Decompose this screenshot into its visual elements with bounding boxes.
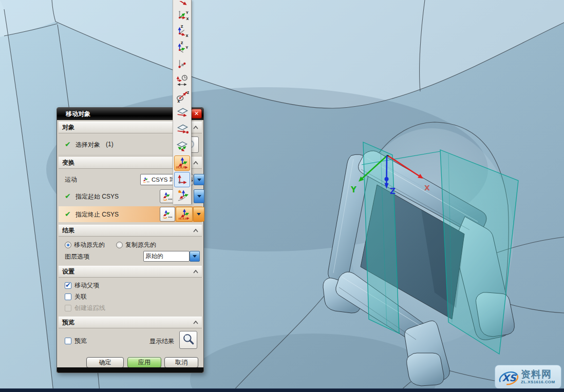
checkbox-move-parent[interactable]: 移动父项	[65, 281, 99, 290]
checkbox-associate[interactable]: 关联	[65, 292, 87, 301]
toolbar-item-csys-zx[interactable]: ZX	[174, 24, 190, 40]
layer-option-dropdown-button[interactable]	[190, 251, 200, 262]
toolbar-item-csys-absolute[interactable]: (0,0,0)	[174, 155, 190, 171]
svg-text:(0,0,0): (0,0,0)	[176, 166, 186, 169]
move-parent-row: 移动父项	[59, 281, 202, 291]
checkbox-preview-label: 预览	[74, 337, 87, 345]
radio-copy-original-label: 复制原先的	[125, 241, 156, 249]
cancel-button[interactable]: 取消	[164, 357, 198, 368]
check-ok-icon: ✔	[65, 192, 71, 200]
checkbox-create-traceline: 创建追踪线	[65, 304, 105, 312]
magnifier-icon	[182, 332, 195, 347]
toolbar-item-csys-partial[interactable]	[174, 1, 190, 7]
layer-option-combobox[interactable]: 原始的	[143, 251, 190, 262]
toolbar-csys-flyout: YXZXZYZX(0,0,0)	[173, 0, 192, 204]
result-radio-row: 移动原先的 复制原先的	[59, 240, 202, 250]
close-icon[interactable]: ✕	[191, 109, 202, 119]
dialog-title: 移动对象	[66, 110, 90, 119]
section-label-result: 结果	[62, 226, 74, 235]
create-traceline-row: 创建追踪线	[59, 303, 202, 313]
toolbar-item-csys-dynamic[interactable]	[174, 188, 190, 204]
svg-text:(0,0,0): (0,0,0)	[178, 217, 188, 220]
z-axis-ball[interactable]	[385, 177, 389, 181]
svg-text:X: X	[177, 100, 180, 103]
chevron-up-icon[interactable]	[193, 229, 198, 232]
motion-label: 运动	[65, 175, 77, 184]
chevron-up-icon[interactable]	[193, 161, 198, 165]
show-result-label: 显示结果	[149, 337, 174, 346]
watermark-logo-icon: XS	[498, 367, 519, 387]
layer-option-value: 原始的	[145, 252, 163, 260]
apply-button[interactable]: 应用	[127, 357, 161, 368]
ok-button[interactable]: 确定	[86, 357, 124, 368]
csys-absolute-icon: (0,0,0)	[176, 155, 189, 171]
section-label-preview: 预览	[62, 318, 74, 327]
checkbox-box	[65, 282, 71, 289]
triad-origin[interactable]	[387, 155, 388, 156]
csys-dynamic-icon	[176, 188, 189, 204]
radio-dot	[65, 242, 71, 248]
section-label-settings: 设置	[62, 267, 74, 276]
associate-row: 关联	[59, 292, 202, 302]
x-axis-label: X	[424, 184, 430, 192]
end-csys-type-button[interactable]: (0,0,0)	[176, 207, 193, 222]
end-csys-row: ✔ 指定终止 CSYS (0,0,0)	[59, 206, 202, 222]
check-ok-icon: ✔	[65, 141, 71, 148]
toolbar-item-plane-arrow-point[interactable]	[174, 123, 190, 138]
radio-move-original-label: 移动原先的	[74, 241, 105, 249]
csys-zx-icon: ZX	[176, 24, 189, 40]
toolbar-item-plane-trihedron[interactable]	[174, 139, 190, 154]
plane-arrow-icon	[176, 106, 189, 122]
end-csys-dialog-button[interactable]	[160, 207, 175, 222]
toolbar-item-csys-point[interactable]	[174, 57, 190, 72]
end-csys-dropdown-button[interactable]	[193, 207, 204, 222]
svg-text:X: X	[185, 34, 188, 37]
checkbox-box	[65, 338, 71, 344]
radio-move-original[interactable]: 移动原先的	[65, 241, 105, 249]
toolbar-item-csys-zy[interactable]: ZY	[174, 41, 190, 56]
chevron-up-icon[interactable]	[193, 270, 198, 273]
layer-option-label: 图层选项	[65, 252, 89, 261]
chevron-up-icon[interactable]	[193, 321, 198, 324]
svg-text:Z: Z	[180, 41, 183, 45]
checkbox-box	[65, 293, 71, 300]
end-csys-label: 指定终止 CSYS	[76, 210, 119, 219]
toolbar-item-csys-offset[interactable]	[174, 73, 190, 89]
section-header-settings[interactable]: 设置	[59, 266, 202, 278]
start-csys-label: 指定起始 CSYS	[76, 192, 119, 201]
checkbox-box	[65, 305, 71, 311]
watermark-site-url: ZL.XS1616.COM	[521, 380, 555, 384]
layer-option-row: 图层选项 原始的	[59, 251, 202, 263]
plane-arrow-point-icon	[176, 123, 189, 138]
start-csys-dropdown-button[interactable]	[194, 189, 204, 203]
csys-offset-icon	[176, 73, 189, 89]
motion-dropdown-button[interactable]	[194, 174, 204, 185]
csys-zy-icon: ZY	[176, 41, 189, 56]
radio-copy-original[interactable]: 复制原先的	[116, 241, 156, 249]
radio-dot	[116, 242, 123, 248]
nx-application-window: Y Z X 移动对象 ✕ 对象 ✔ 选择对象 (1) 变换 运动	[0, 0, 564, 392]
toolbar-item-plane-arrow[interactable]	[174, 106, 190, 122]
section-header-preview[interactable]: 预览	[59, 317, 202, 328]
toolbar-item-csys-xy[interactable]: YX	[174, 8, 190, 23]
cylinder-axis-icon: ZX	[176, 90, 189, 105]
chevron-up-icon[interactable]	[193, 126, 198, 129]
section-header-result[interactable]: 结果	[59, 225, 202, 237]
svg-text:X: X	[186, 17, 189, 21]
svg-text:Z: Z	[186, 91, 189, 95]
select-object-label: 选择对象	[76, 141, 100, 149]
svg-text:Y: Y	[185, 46, 188, 50]
check-ok-icon: ✔	[65, 210, 71, 218]
checkbox-move-parent-label: 移动父项	[74, 281, 99, 290]
y-axis-label: Y	[350, 185, 357, 194]
toolbar-item-cylinder-axis[interactable]: ZX	[174, 90, 190, 105]
toolbar-item-axes-corner[interactable]	[174, 172, 190, 187]
bracket-front-foot	[407, 353, 444, 386]
svg-text:Y: Y	[185, 11, 189, 15]
show-result-button[interactable]	[179, 331, 197, 349]
csys-absolute-icon: (0,0,0)	[178, 207, 191, 221]
z-axis-label: Z	[390, 187, 396, 196]
csys-dialog-icon	[162, 190, 173, 203]
dialog-bottom-edge	[57, 367, 203, 373]
checkbox-preview[interactable]: 预览	[65, 337, 87, 345]
